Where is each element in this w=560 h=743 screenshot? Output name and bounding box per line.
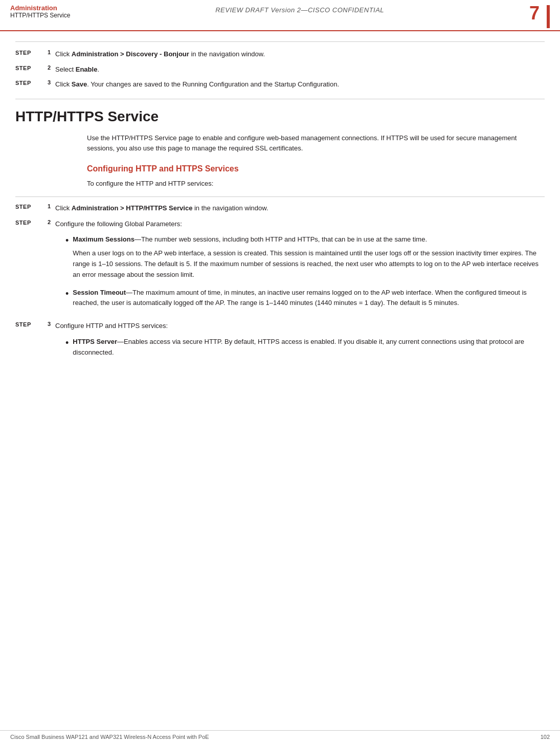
step-num-1: 1: [46, 49, 55, 55]
step-label-2: STEP: [15, 64, 46, 71]
http-step-label-pair-2: STEP 2: [15, 219, 55, 226]
http-step-label-2: STEP: [15, 219, 46, 226]
http-step-1-content: Click Administration > HTTP/HTTPS Servic…: [55, 203, 545, 214]
http-https-section: HTTP/HTTPS Service Use the HTTP/HTTPS Se…: [15, 108, 545, 365]
http-services-list: • HTTPS Server—Enables access via secure…: [65, 337, 545, 358]
footer-right: 102: [541, 734, 550, 740]
max-sessions-sub: When a user logs on to the AP web interf…: [73, 248, 545, 280]
http-step-label-1: STEP: [15, 203, 46, 210]
step-label-pair-3: STEP 3: [15, 79, 55, 86]
http-step-2: STEP 2 Configure the following Global Pa…: [15, 219, 545, 316]
global-params-list: • Maximum Sessions—The number web sessio…: [65, 234, 545, 309]
header-title: Administration: [10, 4, 70, 12]
https-server-content: HTTPS Server—Enables access via secure H…: [73, 337, 545, 358]
section-intro: Use the HTTP/HTTPS Service page to enabl…: [87, 133, 545, 155]
draft-text: REVIEW DRAFT Version 2—CISCO CONFIDENTIA…: [215, 6, 384, 14]
section-main-title: HTTP/HTTPS Service: [15, 108, 545, 125]
step-label-1: STEP: [15, 49, 46, 56]
top-step-2: STEP 2 Select Enable.: [15, 64, 545, 75]
step-label-pair-2: STEP 2: [15, 64, 55, 71]
http-step-1: STEP 1 Click Administration > HTTP/HTTPS…: [15, 203, 545, 214]
page-footer: Cisco Small Business WAP121 and WAP321 W…: [0, 730, 560, 743]
http-step-3: STEP 3 Configure HTTP and HTTPS services…: [15, 321, 545, 365]
page-header: Administration HTTP/HTTPS Service REVIEW…: [0, 0, 560, 31]
subsection-title: Configuring HTTP and HTTPS Services: [87, 164, 545, 173]
http-step-num-2: 2: [46, 219, 55, 225]
footer-left: Cisco Small Business WAP121 and WAP321 W…: [10, 734, 209, 740]
step-3-content: Click Save. Your changes are saved to th…: [55, 79, 545, 90]
section-divider-top: [15, 99, 545, 99]
http-step-label-3: STEP: [15, 321, 46, 327]
main-content: STEP 1 Click Administration > Discovery …: [0, 31, 560, 381]
page-number: 7: [529, 4, 545, 23]
session-timeout-content: Session Timeout—The maximum amount of ti…: [73, 288, 545, 309]
http-step-label-pair-3: STEP 3: [15, 321, 55, 327]
header-center: REVIEW DRAFT Version 2—CISCO CONFIDENTIA…: [70, 4, 529, 14]
top-step-1: STEP 1 Click Administration > Discovery …: [15, 49, 545, 59]
bullet-max-sessions: • Maximum Sessions—The number web sessio…: [65, 234, 545, 280]
top-step-3: STEP 3 Click Save. Your changes are save…: [15, 79, 545, 90]
http-steps-block: STEP 1 Click Administration > HTTP/HTTPS…: [15, 196, 545, 365]
header-left: Administration HTTP/HTTPS Service: [10, 4, 70, 19]
page-number-bar: [547, 5, 550, 28]
http-step-label-pair-1: STEP 1: [15, 203, 55, 210]
step-num-2: 2: [46, 64, 55, 71]
step-num-3: 3: [46, 79, 55, 85]
header-subtitle: HTTP/HTTPS Service: [10, 12, 70, 19]
http-step-3-content: Configure HTTP and HTTPS services: • HTT…: [55, 321, 545, 365]
bullet-dot-2: •: [65, 287, 69, 301]
bullet-session-timeout: • Session Timeout—The maximum amount of …: [65, 288, 545, 309]
step-2-content: Select Enable.: [55, 64, 545, 75]
bullet-dot-3: •: [65, 336, 69, 351]
step-label-3: STEP: [15, 79, 46, 86]
http-step-2-content: Configure the following Global Parameter…: [55, 219, 545, 316]
top-steps-section: STEP 1 Click Administration > Discovery …: [15, 41, 545, 90]
max-sessions-content: Maximum Sessions—The number web sessions…: [73, 234, 545, 280]
subsection-intro: To configure the HTTP and HTTP services:: [87, 179, 545, 189]
http-step-num-1: 1: [46, 203, 55, 209]
bullet-https-server: • HTTPS Server—Enables access via secure…: [65, 337, 545, 358]
step-1-content: Click Administration > Discovery - Bonjo…: [55, 49, 545, 59]
http-step-num-3: 3: [46, 321, 55, 327]
bullet-dot-1: •: [65, 233, 69, 248]
step-label-pair-1: STEP 1: [15, 49, 55, 56]
header-right-group: 7: [529, 4, 550, 28]
